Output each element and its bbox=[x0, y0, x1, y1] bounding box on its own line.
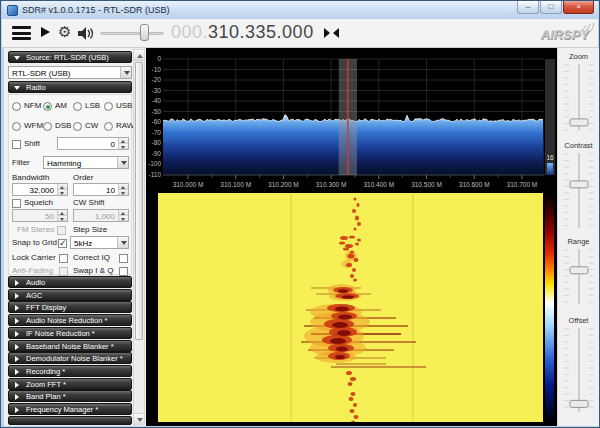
snap-to-grid-checkbox[interactable] bbox=[58, 239, 67, 248]
panel-label: Demodulator Noise Blanker * bbox=[26, 354, 123, 363]
panel-header-radio[interactable]: Radio bbox=[8, 81, 132, 93]
panel-header-audio-noise-reduction[interactable]: Audio Noise Reduction * bbox=[8, 314, 132, 326]
shift-checkbox[interactable] bbox=[12, 140, 21, 149]
svg-text:310.600 M: 310.600 M bbox=[459, 181, 490, 188]
squelch-input[interactable]: 50 bbox=[12, 209, 68, 222]
window-title: SDR# v1.0.0.1715 - RTL-SDR (USB) bbox=[22, 5, 169, 15]
radio-panel-body: NFMAMLSBUSBWFMDSBCWRAW Shift 0 Filter Ha… bbox=[8, 94, 132, 275]
panel-header-fft-display[interactable]: FFT Display bbox=[8, 301, 132, 313]
panel-label: Baseband Noise Blanker * bbox=[26, 342, 114, 351]
order-label: Order bbox=[73, 173, 93, 182]
slider-label-range: Range bbox=[558, 237, 599, 246]
maximize-button[interactable]: □ bbox=[540, 1, 562, 14]
swap-iq-checkbox[interactable] bbox=[119, 267, 128, 276]
cw-shift-input[interactable]: 1,000 bbox=[73, 209, 129, 222]
scrollbar-thumb[interactable] bbox=[135, 62, 143, 340]
frequency-display[interactable]: 000.310.335.000 bbox=[171, 22, 314, 43]
source-device-select[interactable]: RTL-SDR (USB) bbox=[8, 66, 132, 79]
lock-carrier-checkbox[interactable] bbox=[59, 254, 68, 263]
waterfall-color-legend bbox=[545, 193, 554, 422]
play-button[interactable] bbox=[41, 27, 50, 37]
range-slider[interactable] bbox=[559, 247, 599, 306]
mode-radio-nfm[interactable] bbox=[12, 102, 21, 111]
bandwidth-input[interactable]: 32,000 bbox=[12, 183, 68, 196]
mode-radio-am[interactable] bbox=[43, 102, 52, 111]
svg-text:310.200 M: 310.200 M bbox=[268, 181, 299, 188]
level-meter-bar bbox=[547, 163, 553, 175]
panel-header-frequency-manager[interactable]: Frequency Manager * bbox=[8, 403, 132, 415]
snap-center-icon[interactable] bbox=[324, 28, 339, 39]
spinner-arrows-icon[interactable] bbox=[57, 184, 67, 195]
expand-arrow-icon bbox=[15, 369, 19, 375]
panel-header-zoom-fft[interactable]: Zoom FFT * bbox=[8, 378, 132, 390]
step-size-select[interactable]: 5kHz bbox=[70, 236, 129, 249]
svg-text:-40: -40 bbox=[152, 97, 162, 104]
mode-radio-dsb[interactable] bbox=[43, 122, 52, 131]
panel-header-partial[interactable] bbox=[8, 416, 132, 425]
panel-header-band-plan[interactable]: Band Plan * bbox=[8, 390, 132, 402]
zoom-slider[interactable] bbox=[559, 62, 599, 132]
chevron-down-icon bbox=[120, 67, 131, 78]
spinner-arrows-icon[interactable] bbox=[118, 210, 128, 221]
minimize-button[interactable]: – bbox=[517, 1, 539, 14]
spinner-arrows-icon[interactable] bbox=[118, 138, 128, 149]
panel-header-recording[interactable]: Recording * bbox=[8, 365, 132, 377]
swap-iq-label: Swap I & Q bbox=[73, 266, 113, 275]
anti-fading-checkbox[interactable] bbox=[59, 267, 68, 276]
mode-label-am: AM bbox=[55, 101, 67, 110]
spinner-arrows-icon[interactable] bbox=[118, 184, 128, 195]
mode-radio-lsb[interactable] bbox=[73, 102, 82, 111]
volume-slider-thumb[interactable] bbox=[140, 24, 149, 41]
toolbar: ⚙ 000.310.335.000 AIRSPY bbox=[2, 19, 598, 48]
radio-header-label: Radio bbox=[26, 83, 46, 92]
svg-text:310.700 M: 310.700 M bbox=[507, 181, 538, 188]
menu-icon[interactable] bbox=[12, 26, 31, 40]
panel-header-audio[interactable]: Audio bbox=[8, 276, 132, 288]
gear-icon[interactable]: ⚙ bbox=[58, 22, 71, 42]
titlebar[interactable]: SDR# v1.0.0.1715 - RTL-SDR (USB) bbox=[2, 1, 598, 19]
waterfall-image bbox=[146, 190, 557, 426]
offset-slider[interactable] bbox=[559, 326, 599, 414]
mode-radio-wfm[interactable] bbox=[12, 122, 21, 131]
volume-slider[interactable] bbox=[100, 32, 164, 35]
sidebar-scrollbar[interactable] bbox=[133, 49, 145, 425]
panel-header-source[interactable]: Source: RTL-SDR (USB) bbox=[8, 51, 132, 63]
filter-select[interactable]: Hamming bbox=[43, 156, 129, 169]
close-button[interactable]: × bbox=[563, 1, 594, 14]
shift-input[interactable]: 0 bbox=[57, 137, 129, 150]
waterfall-display[interactable] bbox=[146, 190, 557, 426]
svg-text:-50: -50 bbox=[152, 108, 162, 115]
mode-radio-usb[interactable] bbox=[104, 102, 113, 111]
mode-radio-cw[interactable] bbox=[73, 122, 82, 131]
correct-iq-checkbox[interactable] bbox=[119, 254, 128, 263]
mode-radio-raw[interactable] bbox=[104, 122, 113, 131]
speaker-icon[interactable] bbox=[78, 26, 96, 44]
panel-header-demodulator-noise-blanker[interactable]: Demodulator Noise Blanker * bbox=[8, 352, 132, 364]
source-header-label: Source: RTL-SDR (USB) bbox=[26, 53, 109, 62]
svg-text:-60: -60 bbox=[152, 118, 162, 125]
spectrum-display[interactable]: 0-10-20-30-40-50-60-70-80-90-100-110310.… bbox=[146, 48, 557, 190]
svg-text:-20: -20 bbox=[152, 76, 162, 83]
svg-text:-80: -80 bbox=[152, 139, 162, 146]
contrast-slider[interactable] bbox=[559, 151, 599, 230]
panel-label: FFT Display bbox=[26, 303, 66, 312]
expand-arrow-icon bbox=[15, 331, 19, 337]
panel-header-if-noise-reduction[interactable]: IF Noise Reduction * bbox=[8, 327, 132, 339]
spinner-arrows-icon[interactable] bbox=[57, 210, 67, 221]
lock-carrier-label: Lock Carrier bbox=[12, 253, 56, 262]
scroll-down-icon[interactable] bbox=[134, 413, 144, 424]
expand-arrow-icon bbox=[15, 407, 19, 413]
snap-to-grid-label: Snap to Grid bbox=[12, 238, 57, 247]
squelch-checkbox[interactable] bbox=[12, 199, 21, 208]
fm-stereo-label: FM Stereo bbox=[17, 225, 54, 234]
order-input[interactable]: 10 bbox=[73, 183, 129, 196]
svg-text:310.100 M: 310.100 M bbox=[220, 181, 251, 188]
filter-label: Filter bbox=[12, 158, 30, 167]
panel-header-baseband-noise-blanker[interactable]: Baseband Noise Blanker * bbox=[8, 340, 132, 352]
panel-label: Band Plan * bbox=[26, 392, 66, 401]
squelch-label: Squelch bbox=[24, 198, 53, 207]
mode-label-usb: USB bbox=[116, 101, 132, 110]
fm-stereo-checkbox[interactable] bbox=[57, 226, 66, 235]
scroll-up-icon[interactable] bbox=[134, 50, 144, 61]
panel-header-agc[interactable]: AGC bbox=[8, 289, 132, 301]
